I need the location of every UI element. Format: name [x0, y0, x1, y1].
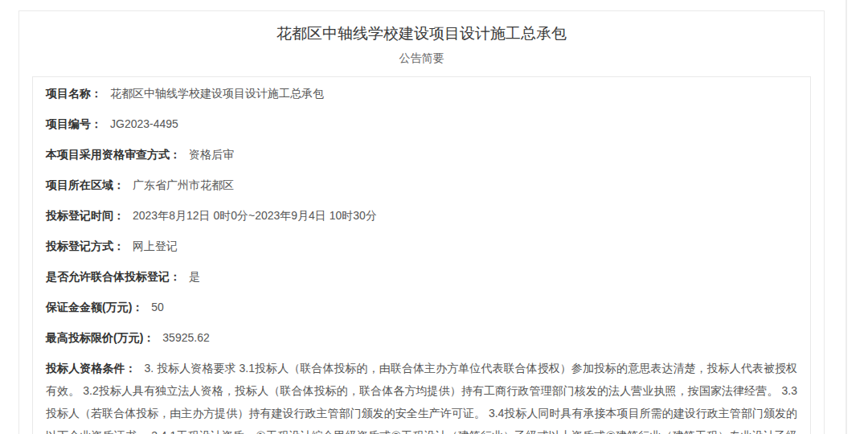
- page-title: 花都区中轴线学校建设项目设计施工总承包: [19, 23, 824, 45]
- field-value: 是: [189, 270, 200, 283]
- scrollbar[interactable]: [845, 0, 847, 434]
- announcement-page: 花都区中轴线学校建设项目设计施工总承包 公告简要 项目名称：花都区中轴线学校建设…: [0, 0, 868, 434]
- field-label: 本项目采用资格审查方式：: [46, 148, 181, 161]
- field-value: 3. 投标人资格要求 3.1投标人（联合体投标的，由联合体主办方单位代表联合体授…: [46, 362, 797, 434]
- field-label: 投标登记时间：: [46, 209, 125, 222]
- field-value: 花都区中轴线学校建设项目设计施工总承包: [110, 87, 324, 100]
- field-label: 是否允许联合体投标登记：: [46, 270, 181, 283]
- field-row-registration-time: 投标登记时间：2023年8月12日 0时0分~2023年9月4日 10时30分: [46, 204, 797, 227]
- field-row-project-name: 项目名称：花都区中轴线学校建设项目设计施工总承包: [46, 82, 797, 104]
- field-value: 50: [151, 301, 164, 313]
- field-value: 资格后审: [189, 148, 234, 161]
- field-row-consortium-allowed: 是否允许联合体投标登记：是: [46, 265, 797, 288]
- field-label: 投标人资格条件：: [46, 362, 137, 375]
- field-value: JG2023-4495: [110, 117, 178, 130]
- field-value: 广东省广州市花都区: [133, 178, 234, 191]
- field-row-deposit-amount: 保证金金额(万元)：50: [46, 296, 797, 318]
- announcement-card: 花都区中轴线学校建设项目设计施工总承包 公告简要 项目名称：花都区中轴线学校建设…: [18, 10, 825, 434]
- field-label: 投标登记方式：: [46, 240, 125, 252]
- field-row-qualification-review-method: 本项目采用资格审查方式：资格后审: [46, 143, 797, 166]
- field-label: 项目名称：: [46, 87, 102, 100]
- details-panel: 项目名称：花都区中轴线学校建设项目设计施工总承包 项目编号：JG2023-449…: [32, 76, 811, 434]
- field-label: 项目所在区域：: [46, 178, 125, 191]
- field-row-project-region: 项目所在区域：广东省广州市花都区: [46, 174, 797, 196]
- field-row-registration-method: 投标登记方式：网上登记: [46, 235, 797, 257]
- field-row-project-number: 项目编号：JG2023-4495: [46, 113, 797, 135]
- field-value: 网上登记: [133, 240, 178, 252]
- field-label: 最高投标限价(万元)：: [46, 331, 154, 344]
- field-row-max-bid-price: 最高投标限价(万元)：35925.62: [46, 326, 797, 349]
- field-value: 2023年8月12日 0时0分~2023年9月4日 10时30分: [133, 209, 377, 222]
- field-label: 项目编号：: [46, 117, 102, 130]
- field-label: 保证金金额(万元)：: [46, 301, 143, 313]
- field-row-bidder-qualification-conditions: 投标人资格条件：3. 投标人资格要求 3.1投标人（联合体投标的，由联合体主办方…: [46, 357, 797, 434]
- field-value: 35925.62: [162, 331, 209, 344]
- page-subtitle: 公告简要: [19, 50, 824, 66]
